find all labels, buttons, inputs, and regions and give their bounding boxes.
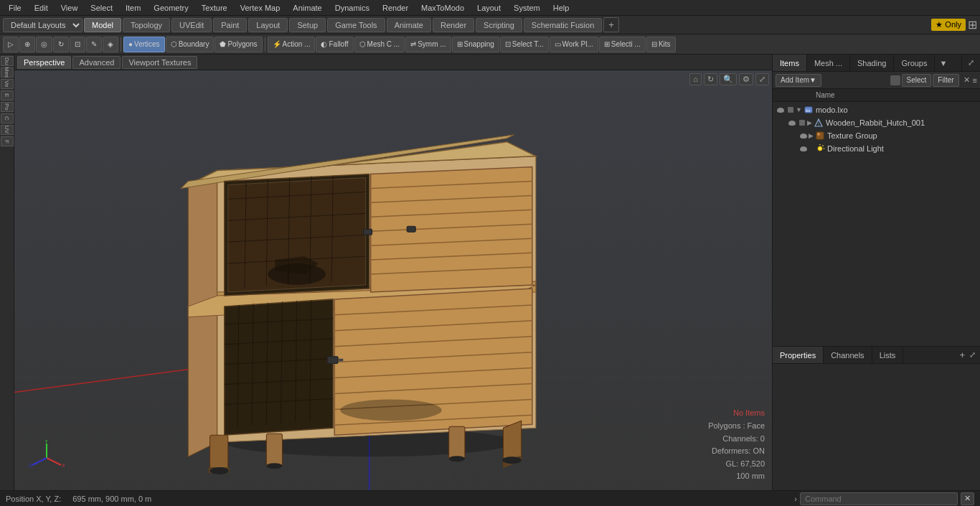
bottom-expand-btn[interactable]: ⤢ [969,350,976,360]
viewport-zoom-btn[interactable]: 🔍 [720,73,737,85]
viewport-tab-textures[interactable]: Viewport Textures [122,56,197,69]
sidebar-icon-c[interactable]: C [1,113,14,123]
tab-animate[interactable]: Animate [387,18,431,32]
expand-arrow-texture[interactable]: ▶ [809,132,814,139]
tab-topology[interactable]: Topology [123,18,170,32]
tab-uvedit[interactable]: UVEdit [171,18,212,32]
scale-tool-btn[interactable]: ⊡ [70,37,85,52]
visibility-hutch[interactable] [787,118,797,128]
edge-tool-btn[interactable]: ◈ [103,37,118,52]
kits-btn[interactable]: ⊟ Kits [646,37,676,52]
menu-view[interactable]: View [55,2,84,14]
command-clear-btn[interactable]: ✕ [961,492,974,505]
vertices-mode-btn[interactable]: ● Vertices [123,37,165,52]
add-item-btn[interactable]: Add Item ▼ [776,74,821,87]
mesh-c-btn[interactable]: ⬡ Mesh C ... [354,37,405,52]
tab-setup[interactable]: Setup [289,18,326,32]
sidebar-icon-e[interactable]: E [1,90,14,100]
tab-render[interactable]: Render [433,18,474,32]
star-only-button[interactable]: ★ Only [931,19,966,31]
panel-filter-btn[interactable]: Filter [933,74,958,87]
falloff-btn[interactable]: ◐ Falloff [316,37,353,52]
bottom-add-btn[interactable]: + [959,350,965,360]
bottom-tab-properties[interactable]: Properties [773,347,824,363]
viewport-tab-advanced[interactable]: Advanced [72,56,121,69]
visibility-root[interactable] [776,105,786,115]
sidebar-icon-po[interactable]: Po [1,102,14,112]
viewport-expand-btn[interactable]: ⤢ [755,73,769,85]
viewport-tab-perspective[interactable]: Perspective [17,56,71,69]
work-pl-btn[interactable]: ▭ Work Pl... [550,37,598,52]
visibility-texture[interactable] [798,131,809,141]
panel-expand-btn[interactable]: ⤢ [968,58,974,67]
move-tool-btn[interactable]: ⊕ [19,37,35,52]
visibility-toggle[interactable] [890,75,900,85]
expand-arrow-hutch[interactable]: ▶ [807,119,812,126]
menu-vertex-map[interactable]: Vertex Map [235,2,286,14]
tab-layout[interactable]: Layout [248,18,288,32]
menu-item[interactable]: Item [120,2,146,14]
panel-tab-items[interactable]: Items [773,55,807,71]
sidebar-icon-uv[interactable]: UV [1,125,14,135]
panel-close-btn[interactable]: ✕ [963,75,970,85]
menu-texture[interactable]: Texture [196,2,233,14]
visibility-light[interactable] [798,144,809,154]
menu-help[interactable]: Help [547,2,575,14]
sidebar-icon-du[interactable]: Du [1,56,14,66]
item-row-hutch[interactable]: ▶ Wooden_Rabbit_Hutch_001 [773,116,980,129]
vis2-root[interactable] [786,105,796,115]
vis2-hutch[interactable] [797,118,807,128]
menu-animate[interactable]: Animate [287,2,327,14]
tab-model[interactable]: Model [84,18,121,32]
viewport-rotate-btn[interactable]: ↻ [704,73,717,85]
command-input[interactable] [800,492,958,505]
tab-schematic-fusion[interactable]: Schematic Fusion [524,18,602,32]
panel-tab-shading[interactable]: Shading [850,55,894,71]
menu-dynamics[interactable]: Dynamics [329,2,375,14]
polygons-mode-btn[interactable]: ⬟ Polygons [215,37,262,52]
select-t-btn[interactable]: ⊡ Select T... [500,37,549,52]
rotate-tool-btn[interactable]: ↻ [53,37,69,52]
menu-maxtomodo[interactable]: MaxToModo [415,2,470,14]
menu-system[interactable]: System [508,2,546,14]
menu-select[interactable]: Select [85,2,118,14]
boundary-mode-btn[interactable]: ⬡ Boundary [166,37,215,52]
item-row-root[interactable]: ▼ lxo modo.lxo [773,103,980,116]
viewport[interactable]: ⌂ ↻ 🔍 ⚙ ⤢ X Y Z No Items P [14,70,772,490]
viewport-settings-btn[interactable]: ⚙ [739,73,753,85]
panel-tab-expand[interactable]: ▼ [935,55,951,71]
tab-game-tools[interactable]: Game Tools [327,18,385,32]
add-tab-button[interactable]: + [603,17,619,32]
select-tool-btn[interactable]: ▷ [3,37,19,52]
menu-geometry[interactable]: Geometry [148,2,194,14]
expand-button[interactable]: ⊞ [968,18,977,32]
item-row-texture[interactable]: ▶ Texture Group [773,129,980,142]
panel-tab-mesh[interactable]: Mesh ... [807,55,850,71]
layout-dropdown[interactable]: Default Layouts [3,18,83,32]
menu-render[interactable]: Render [377,2,414,14]
circle-tool-btn[interactable]: ◎ [36,37,52,52]
item-icon-root: lxo [804,105,814,115]
tab-scripting[interactable]: Scripting [476,18,522,32]
panel-select-btn[interactable]: Select [902,74,932,87]
pen-tool-btn[interactable]: ✎ [86,37,102,52]
svg-line-99 [823,146,824,146]
tab-paint[interactable]: Paint [213,18,247,32]
sidebar-icon-mes[interactable]: Mes [1,67,14,78]
sidebar-icon-ve[interactable]: Ve [1,79,14,89]
panel-settings-btn[interactable]: ≡ [973,76,977,85]
bottom-tab-lists[interactable]: Lists [872,347,904,363]
item-row-light[interactable]: ▶ Directional Light [773,142,980,155]
viewport-home-btn[interactable]: ⌂ [689,73,702,85]
menu-file[interactable]: File [3,2,27,14]
symm-btn[interactable]: ⇌ Symm ... [405,37,451,52]
selecti-btn[interactable]: ⊞ Selecti ... [599,37,646,52]
menu-edit[interactable]: Edit [29,2,54,14]
snapping-btn[interactable]: ⊞ Snapping [452,37,499,52]
menu-layout[interactable]: Layout [471,2,507,14]
sidebar-icon-f[interactable]: F [1,136,14,146]
expand-arrow-root[interactable]: ▼ [796,106,802,113]
action-btn[interactable]: ⚡ Action ... [268,37,316,52]
panel-tab-groups[interactable]: Groups [894,55,935,71]
bottom-tab-channels[interactable]: Channels [824,347,872,363]
